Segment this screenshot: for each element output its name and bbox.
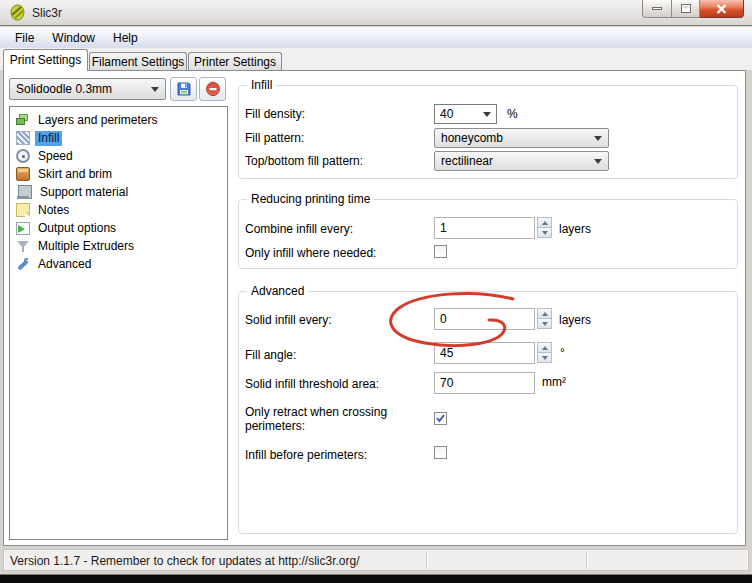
combine-infill-input[interactable] xyxy=(434,217,535,239)
maximize-icon xyxy=(681,4,691,13)
tab-bar: Print Settings Filament Settings Printer… xyxy=(0,48,752,70)
tab-print-settings[interactable]: Print Settings xyxy=(3,49,88,71)
sidebar-item-label: Multiple Extruders xyxy=(35,239,137,254)
fill-angle-unit: ° xyxy=(560,346,565,360)
sidebar-item-layers[interactable]: Layers and perimeters xyxy=(10,111,227,129)
sidebar-item-speed[interactable]: Speed xyxy=(10,147,227,165)
fill-density-unit: % xyxy=(507,107,518,121)
spinner-down-button[interactable] xyxy=(537,318,552,329)
save-preset-button[interactable] xyxy=(170,77,197,101)
menu-help[interactable]: Help xyxy=(104,29,147,47)
spinner-down-button[interactable] xyxy=(537,227,552,238)
sidebar-item-label: Layers and perimeters xyxy=(35,113,160,128)
menu-window[interactable]: Window xyxy=(43,29,104,47)
fill-density-label: Fill density: xyxy=(245,107,305,121)
statusbar-separator xyxy=(426,552,428,569)
chevron-down-icon xyxy=(151,87,159,92)
solid-infill-unit: layers xyxy=(559,313,591,327)
sidebar-item-notes[interactable]: Notes xyxy=(10,201,227,219)
statusbar: Version 1.1.7 - Remember to check for up… xyxy=(3,549,749,571)
layers-icon xyxy=(16,113,30,127)
infill-before-label: Infill before perimeters: xyxy=(245,448,367,462)
check-icon xyxy=(435,413,446,424)
solid-infill-spinner xyxy=(537,308,552,330)
delete-icon xyxy=(205,81,221,97)
sidebar-item-support[interactable]: Support material xyxy=(10,183,227,201)
group-title: Infill xyxy=(247,78,276,92)
chevron-down-icon xyxy=(594,136,602,141)
spinner-down-button[interactable] xyxy=(537,352,552,363)
sidebar-item-advanced[interactable]: Advanced xyxy=(10,255,227,273)
sidebar-item-label: Support material xyxy=(37,185,131,200)
settings-tree: Layers and perimeters Infill Speed Skirt… xyxy=(9,106,228,540)
menubar: File Window Help xyxy=(0,27,752,48)
wrench-icon xyxy=(16,257,30,271)
combine-infill-unit: layers xyxy=(559,222,591,236)
sidebar-item-label: Speed xyxy=(35,149,76,164)
sidebar-item-label: Notes xyxy=(35,203,72,218)
combine-infill-spinner xyxy=(537,217,552,239)
only-infill-needed-label: Only infill where needed: xyxy=(245,246,376,260)
sidebar-item-output[interactable]: Output options xyxy=(10,219,227,237)
fill-angle-label: Fill angle: xyxy=(245,348,296,362)
solid-threshold-unit: mm² xyxy=(542,375,566,389)
caption-buttons xyxy=(642,0,744,19)
sidebar-item-extruders[interactable]: Multiple Extruders xyxy=(10,237,227,255)
tab-printer-settings[interactable]: Printer Settings xyxy=(188,52,282,71)
only-infill-needed-checkbox[interactable] xyxy=(434,245,447,258)
fill-density-combo[interactable]: 40 xyxy=(434,104,497,124)
fill-angle-spinner xyxy=(537,342,552,364)
fill-density-value: 40 xyxy=(440,107,479,121)
solid-threshold-input[interactable] xyxy=(434,372,535,394)
chevron-down-icon xyxy=(483,112,491,117)
only-retract-checkbox[interactable] xyxy=(434,412,447,425)
preset-select[interactable]: Solidoodle 0.3mm xyxy=(9,78,166,100)
slic3r-window: Slic3r File Window Help Print Settings F… xyxy=(0,0,752,583)
combine-infill-label: Combine infill every: xyxy=(245,222,353,236)
group-title: Reducing printing time xyxy=(247,192,374,206)
top-bottom-pattern-value: rectilinear xyxy=(441,154,590,168)
fill-angle-input[interactable] xyxy=(434,342,535,364)
sidebar-item-label: Infill xyxy=(35,131,62,146)
infill-before-checkbox[interactable] xyxy=(434,446,447,459)
support-icon xyxy=(18,185,32,199)
notes-icon xyxy=(16,203,30,217)
close-button[interactable] xyxy=(700,0,744,18)
sidebar-item-skirt[interactable]: Skirt and brim xyxy=(10,165,227,183)
funnel-icon xyxy=(16,239,30,253)
group-title: Advanced xyxy=(247,284,308,298)
sidebar-item-infill[interactable]: Infill xyxy=(10,129,227,147)
window-title: Slic3r xyxy=(32,6,62,20)
tab-filament-settings[interactable]: Filament Settings xyxy=(89,52,187,71)
menu-file[interactable]: File xyxy=(6,29,43,47)
preset-value: Solidoodle 0.3mm xyxy=(16,82,147,96)
top-bottom-pattern-select[interactable]: rectilinear xyxy=(434,151,609,171)
solid-infill-every-label: Solid infill every: xyxy=(245,313,332,327)
taskbar-strip xyxy=(0,575,752,583)
close-icon xyxy=(716,4,727,14)
solid-infill-every-input[interactable] xyxy=(434,308,535,330)
fill-pattern-value: honeycomb xyxy=(441,131,590,145)
fill-pattern-label: Fill pattern: xyxy=(245,131,304,145)
titlebar[interactable]: Slic3r xyxy=(0,0,752,26)
sidebar-item-label: Output options xyxy=(35,221,119,236)
minimize-button[interactable] xyxy=(642,0,672,18)
solid-threshold-label: Solid infill threshold area: xyxy=(245,377,379,391)
output-icon xyxy=(16,222,30,235)
only-retract-label: Only retract when crossing perimeters: xyxy=(245,405,430,433)
fill-pattern-select[interactable]: honeycomb xyxy=(434,128,609,148)
speed-icon xyxy=(16,149,30,163)
statusbar-text: Version 1.1.7 - Remember to check for up… xyxy=(10,554,360,568)
print-settings-page: Solidoodle 0.3mm xyxy=(3,70,746,546)
sidebar-item-label: Skirt and brim xyxy=(35,167,115,182)
top-bottom-pattern-label: Top/bottom fill pattern: xyxy=(245,154,363,168)
slic3r-logo-icon xyxy=(9,4,26,21)
minimize-icon xyxy=(652,7,662,10)
chevron-down-icon xyxy=(594,159,602,164)
maximize-button[interactable] xyxy=(672,0,700,18)
sidebar-item-label: Advanced xyxy=(35,257,94,272)
infill-icon xyxy=(16,131,30,145)
window-frame: Slic3r File Window Help Print Settings F… xyxy=(0,0,752,575)
statusbar-separator xyxy=(586,552,588,569)
delete-preset-button[interactable] xyxy=(199,77,226,101)
